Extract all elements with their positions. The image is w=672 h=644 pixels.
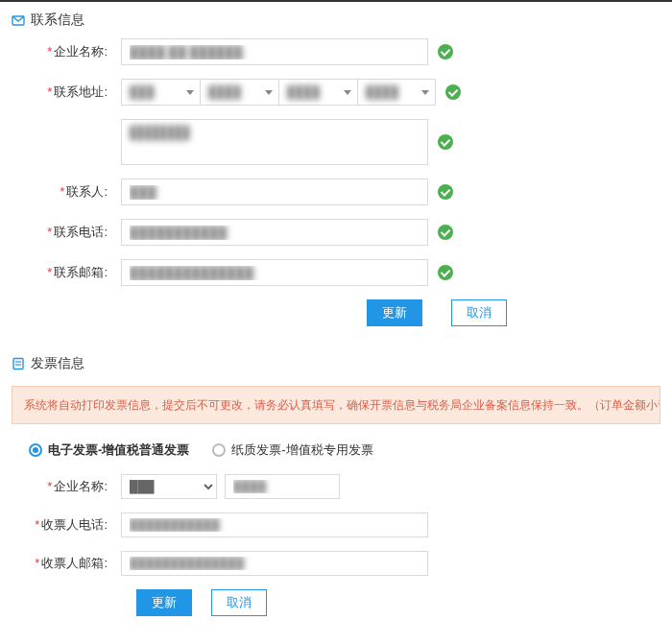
radio-paper-label: 纸质发票-增值税专用发票 [231,441,372,459]
invoice-email-label: 收票人邮箱: [21,555,108,572]
invoice-section-title: 发票信息 [31,355,84,372]
invoice-phone-row: 收票人电话: [21,513,651,537]
contact-email-input[interactable] [121,259,428,286]
invoice-company-row: 企业名称: ███ [21,474,651,499]
invoice-phone-label: 收票人电话: [21,516,108,534]
invoice-icon [12,357,25,370]
contact-cancel-button[interactable]: 取消 [451,299,507,326]
contact-person-row: 联系人: [21,179,651,205]
invoice-company-label: 企业名称: [21,478,108,495]
company-input[interactable] [121,38,428,65]
valid-icon [445,84,461,100]
contact-icon [12,13,25,27]
invoice-phone-input[interactable] [121,513,428,537]
company-row: 企业名称: [21,38,651,65]
contact-update-button[interactable]: 更新 [367,299,422,326]
contact-button-row: 更新 取消 [21,299,651,326]
chevron-down-icon [421,90,429,95]
contact-email-row: 联系邮箱: [21,259,651,286]
chevron-down-icon [344,90,351,95]
radio-electronic[interactable]: 电子发票-增值税普通发票 [29,441,189,459]
contact-section-header: 联系信息 [12,10,660,38]
chevron-down-icon [265,90,273,95]
valid-icon [438,134,453,150]
contact-person-input[interactable] [121,179,428,205]
cascader-level-2[interactable]: ████ [200,79,278,106]
contact-section-title: 联系信息 [31,12,84,29]
invoice-cancel-button[interactable]: 取消 [211,589,267,616]
invoice-company-select[interactable]: ███ [121,474,217,499]
valid-icon [438,184,453,200]
valid-icon [438,265,453,280]
contact-phone-input[interactable] [121,219,428,246]
address-detail-input[interactable] [121,119,428,165]
invoice-email-row: 收票人邮箱: [21,551,651,576]
invoice-company-extra-input[interactable] [225,474,340,499]
cascader-level-3[interactable]: ████ [278,79,357,106]
contact-phone-row: 联系电话: [21,219,651,246]
address-cascader: ███ ████ ████ ████ [121,79,436,106]
contact-email-label: 联系邮箱: [21,264,108,281]
invoice-button-row: 更新 取消 [21,589,651,616]
invoice-section: 发票信息 系统将自动打印发票信息，提交后不可更改，请务必认真填写，确保开票信息与… [0,346,672,635]
radio-icon [212,443,226,457]
radio-icon [29,443,42,457]
invoice-section-header: 发票信息 [12,353,660,382]
radio-paper[interactable]: 纸质发票-增值税专用发票 [212,441,372,459]
svg-rect-1 [13,359,23,370]
radio-electronic-label: 电子发票-增值税普通发票 [48,441,189,459]
invoice-alert: 系统将自动打印发票信息，提交后不可更改，请务必认真填写，确保开票信息与税务局企业… [12,386,660,424]
cascader-level-4[interactable]: ████ [357,79,436,106]
invoice-update-button[interactable]: 更新 [136,589,192,616]
invoice-form: 企业名称: ███ 收票人电话: 收票人邮箱: 更新 取消 [12,474,660,635]
address-detail-row [21,119,651,165]
valid-icon [438,44,453,60]
contact-person-label: 联系人: [21,183,108,201]
contact-phone-label: 联系电话: [21,224,108,241]
address-label: 联系地址: [21,83,108,101]
cascader-level-1[interactable]: ███ [121,79,200,106]
valid-icon [438,225,453,240]
contact-section: 联系信息 企业名称: 联系地址: ███ ████ ████ ████ 联系人: [0,2,672,346]
contact-form: 企业名称: 联系地址: ███ ████ ████ ████ 联系人: [12,38,660,346]
company-label: 企业名称: [21,43,108,60]
invoice-email-input[interactable] [121,551,428,576]
chevron-down-icon [186,90,194,95]
address-row: 联系地址: ███ ████ ████ ████ [21,79,651,106]
invoice-type-radios: 电子发票-增值税普通发票 纸质发票-增值税专用发票 [29,441,660,459]
